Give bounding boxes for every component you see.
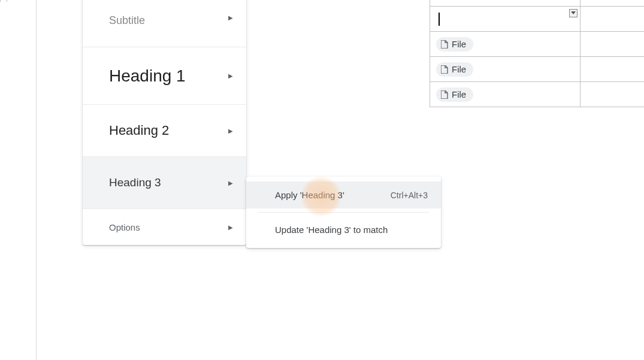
update-heading-3[interactable]: Update 'Heading 3' to match	[246, 216, 441, 243]
style-label: Heading 3	[109, 176, 161, 189]
page-left-edge	[36, 0, 37, 360]
chip-label: File	[452, 89, 466, 99]
table-row	[430, 0, 645, 7]
style-heading-1[interactable]: Heading 1 ▶	[83, 47, 246, 105]
cell-dropdown-button[interactable]	[569, 9, 578, 17]
submenu-label: Update 'Heading 3' to match	[275, 225, 388, 235]
chip-label: File	[452, 39, 466, 49]
file-icon	[441, 90, 448, 99]
submenu-arrow-icon: ▶	[228, 224, 233, 231]
style-heading-3[interactable]: Heading 3 ▶	[83, 157, 246, 209]
chip-label: File	[452, 64, 466, 74]
style-label: Heading 2	[109, 123, 169, 138]
style-label: Options	[109, 222, 140, 232]
file-chip[interactable]: File	[436, 87, 473, 102]
table-row: File	[430, 32, 645, 57]
document-table: File File	[430, 0, 644, 107]
table-cell-editing[interactable]	[430, 7, 580, 32]
ruler-marker	[0, 0, 7, 2]
keyboard-shortcut: Ctrl+Alt+3	[391, 190, 428, 200]
apply-heading-3[interactable]: Apply 'Heading 3' Ctrl+Alt+3	[246, 181, 441, 208]
submenu-arrow-icon: ▶	[228, 14, 233, 21]
text-cursor	[439, 13, 440, 26]
table-cell[interactable]	[580, 0, 645, 7]
style-subtitle[interactable]: Subtitle ▶	[83, 0, 246, 47]
style-label: Heading 1	[109, 66, 186, 86]
file-chip[interactable]: File	[436, 62, 473, 77]
table-cell[interactable]	[580, 82, 645, 107]
style-label: Subtitle	[109, 14, 145, 27]
table-cell[interactable]: File	[430, 57, 580, 82]
file-icon	[441, 65, 448, 74]
table-cell[interactable]: File	[430, 32, 580, 57]
file-icon	[441, 40, 448, 49]
submenu-arrow-icon: ▶	[228, 128, 233, 134]
style-options[interactable]: Options ▶	[83, 209, 246, 245]
submenu-arrow-icon: ▶	[228, 180, 233, 186]
paragraph-styles-menu: Subtitle ▶ Heading 1 ▶ Heading 2 ▶ Headi…	[83, 0, 246, 245]
table-cell[interactable]	[580, 7, 645, 32]
table-cell[interactable]	[430, 0, 580, 7]
submenu-arrow-icon: ▶	[228, 72, 233, 79]
submenu-label: Apply 'Heading 3'	[275, 190, 344, 200]
table-cell[interactable]	[580, 57, 645, 82]
table-row	[430, 7, 645, 32]
style-heading-2[interactable]: Heading 2 ▶	[83, 105, 246, 157]
table-cell[interactable]	[580, 32, 645, 57]
table-row: File	[430, 82, 645, 107]
menu-separator	[258, 212, 429, 213]
heading-3-submenu: Apply 'Heading 3' Ctrl+Alt+3 Update 'Hea…	[246, 177, 441, 248]
table-cell[interactable]: File	[430, 82, 580, 107]
chevron-down-icon	[571, 11, 576, 15]
table-row: File	[430, 57, 645, 82]
file-chip[interactable]: File	[436, 37, 473, 52]
